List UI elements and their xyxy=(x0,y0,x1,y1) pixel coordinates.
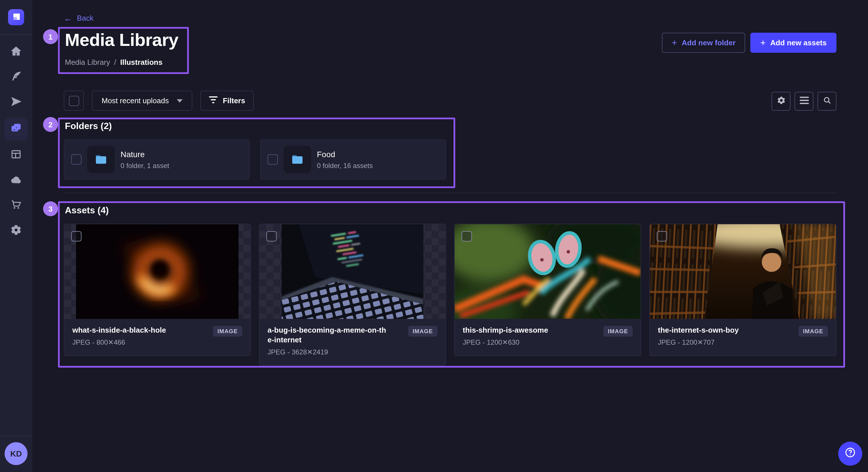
asset-meta: JPEG - 3628✕2419 xyxy=(268,348,388,356)
asset-meta: JPEG - 800✕466 xyxy=(72,338,166,346)
add-new-folder-label: Add new folder xyxy=(682,38,736,47)
user-avatar[interactable]: KD xyxy=(5,442,28,465)
sidebar-item-content-type-builder[interactable] xyxy=(5,145,28,166)
home-icon xyxy=(10,45,22,59)
folders-heading: Folders (2) xyxy=(65,121,112,131)
folder-card-nature[interactable]: Nature 0 folder, 1 asset xyxy=(64,139,250,179)
sidebar-item-releases[interactable] xyxy=(5,92,28,113)
asset-name: this-shrimp-is-awesome xyxy=(463,326,548,336)
folder-name: Nature xyxy=(121,149,169,159)
feather-icon xyxy=(10,71,22,84)
breadcrumb-separator: / xyxy=(114,58,116,67)
breadcrumb-parent[interactable]: Media Library xyxy=(65,58,110,67)
asset-info: this-shrimp-is-awesome JPEG - 1200✕630 I… xyxy=(455,319,641,356)
folder-icon xyxy=(87,146,115,173)
back-link[interactable]: ← Back xyxy=(64,14,94,22)
back-label: Back xyxy=(77,14,94,22)
checkbox xyxy=(69,96,79,106)
gear-icon xyxy=(10,224,22,238)
asset-type-badge: IMAGE xyxy=(798,326,828,337)
caret-down-icon xyxy=(177,99,183,102)
folder-card-food[interactable]: Food 0 folder, 16 assets xyxy=(260,139,446,179)
asset-thumbnail-laptop-code xyxy=(259,224,445,319)
configure-view-button[interactable] xyxy=(772,92,790,111)
asset-meta: JPEG - 1200✕707 xyxy=(658,338,739,346)
back-arrow-icon: ← xyxy=(64,14,72,22)
gear-icon xyxy=(776,96,786,107)
asset-thumbnail-shrimp xyxy=(455,224,641,319)
sidebar-item-settings[interactable] xyxy=(5,221,28,241)
main-content: ← Back Media Library Media Library / Ill… xyxy=(32,0,868,472)
folder-name: Food xyxy=(317,149,373,159)
asset-name: what-s-inside-a-black-hole xyxy=(72,326,166,336)
page-title: Media Library xyxy=(65,30,178,50)
asset-name: a-bug-is-becoming-a-meme-on-the-internet xyxy=(268,326,388,345)
filters-label: Filters xyxy=(223,96,245,105)
sort-value: Most recent uploads xyxy=(102,96,169,105)
asset-card-bug-meme[interactable]: a-bug-is-becoming-a-meme-on-the-internet… xyxy=(259,224,446,366)
folder-info: Food 0 folder, 16 assets xyxy=(317,149,373,169)
asset-card-internets-own-boy[interactable]: the-internet-s-own-boy JPEG - 1200✕707 I… xyxy=(649,224,836,356)
sidebar-item-home[interactable] xyxy=(5,42,28,63)
asset-info: the-internet-s-own-boy JPEG - 1200✕707 I… xyxy=(650,319,836,356)
sidebar-item-cloud[interactable] xyxy=(5,170,28,191)
folder-icon xyxy=(284,146,311,173)
plus-icon: + xyxy=(761,38,766,47)
folders-row: Nature 0 folder, 1 asset Food 0 folder, … xyxy=(64,139,446,179)
sidebar-item-media-library[interactable] xyxy=(5,117,28,140)
folder-meta: 0 folder, 1 asset xyxy=(121,162,169,169)
list-icon xyxy=(799,96,809,107)
add-new-assets-button[interactable]: + Add new assets xyxy=(751,33,836,53)
plus-icon: + xyxy=(672,38,677,47)
media-library-page: KD ← Back Media Library Media Library / … xyxy=(0,0,868,472)
filters-button[interactable]: Filters xyxy=(200,91,254,111)
asset-thumbnail-black-hole xyxy=(64,224,250,319)
asset-checkbox[interactable] xyxy=(71,231,82,241)
paper-plane-icon xyxy=(10,96,22,109)
folder-checkbox[interactable] xyxy=(268,154,278,165)
search-button[interactable] xyxy=(817,92,836,111)
asset-checkbox[interactable] xyxy=(462,231,472,241)
asset-info: a-bug-is-becoming-a-meme-on-the-internet… xyxy=(259,319,445,365)
asset-type-badge: IMAGE xyxy=(408,326,437,337)
cloud-icon xyxy=(10,174,22,188)
section-divider xyxy=(64,193,836,193)
breadcrumb: Media Library / Illustrations xyxy=(65,58,162,67)
asset-card-black-hole[interactable]: what-s-inside-a-black-hole JPEG - 800✕46… xyxy=(64,224,251,356)
filter-icon xyxy=(209,96,218,105)
list-view-button[interactable] xyxy=(795,92,813,111)
sidebar-item-content-manager[interactable] xyxy=(5,67,28,88)
select-all-checkbox[interactable] xyxy=(64,91,84,111)
sidebar: KD xyxy=(0,0,32,472)
add-new-folder-button[interactable]: + Add new folder xyxy=(662,33,745,53)
asset-checkbox[interactable] xyxy=(267,231,277,241)
question-mark-icon xyxy=(844,447,856,461)
sidebar-footer: KD xyxy=(0,436,32,472)
media-library-icon xyxy=(10,122,22,136)
asset-card-shrimp[interactable]: this-shrimp-is-awesome JPEG - 1200✕630 I… xyxy=(454,224,641,356)
asset-thumbnail-library xyxy=(650,224,836,319)
sidebar-item-marketplace[interactable] xyxy=(5,196,28,216)
search-icon xyxy=(823,96,832,107)
assets-grid: what-s-inside-a-black-hole JPEG - 800✕46… xyxy=(64,224,836,366)
assets-heading: Assets (4) xyxy=(65,205,109,216)
folder-meta: 0 folder, 16 assets xyxy=(317,162,373,169)
breadcrumb-current: Illustrations xyxy=(120,58,162,67)
header-actions: + Add new folder + Add new assets xyxy=(662,33,836,53)
sidebar-nav xyxy=(5,42,28,241)
add-new-assets-label: Add new assets xyxy=(770,38,827,47)
folder-info: Nature 0 folder, 1 asset xyxy=(121,149,169,169)
help-button[interactable] xyxy=(838,442,862,466)
asset-info: what-s-inside-a-black-hole JPEG - 800✕46… xyxy=(64,319,250,356)
folder-checkbox[interactable] xyxy=(71,154,82,165)
layout-icon xyxy=(10,148,22,162)
sort-dropdown[interactable]: Most recent uploads xyxy=(92,91,192,111)
asset-meta: JPEG - 1200✕630 xyxy=(463,338,548,346)
view-controls xyxy=(772,92,836,111)
asset-checkbox[interactable] xyxy=(657,231,667,241)
asset-type-badge: IMAGE xyxy=(213,326,242,337)
asset-type-badge: IMAGE xyxy=(603,326,632,337)
asset-name: the-internet-s-own-boy xyxy=(658,326,739,336)
logo-wrap xyxy=(0,0,32,35)
strapi-logo-icon[interactable] xyxy=(8,9,24,25)
